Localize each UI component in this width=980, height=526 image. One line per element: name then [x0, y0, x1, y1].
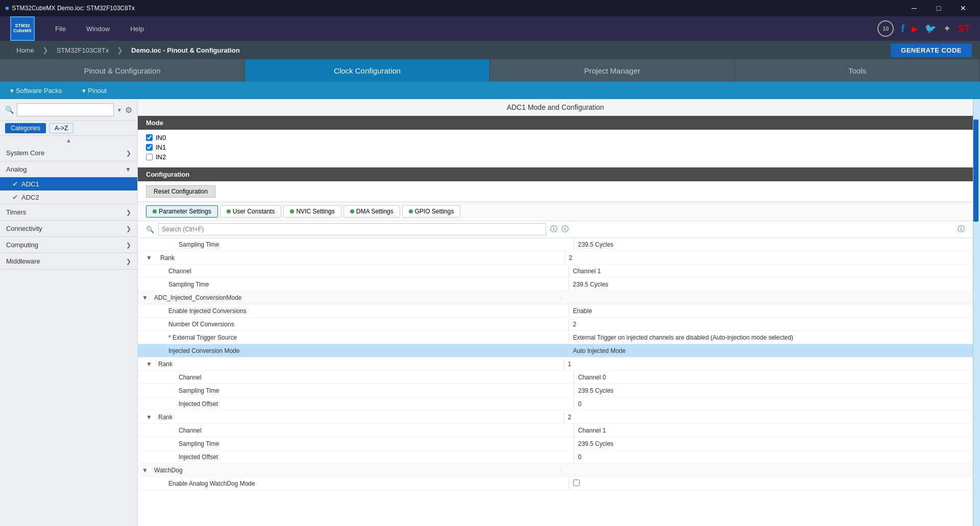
- param-value[interactable]: [569, 477, 973, 490]
- checkbox-in1-row: IN1: [146, 144, 965, 151]
- subtab-pinout[interactable]: ▾ Pinout: [82, 87, 107, 94]
- main-tabs: Pinout & Configuration Clock Configurati…: [0, 59, 980, 82]
- right-scrollbar[interactable]: [973, 99, 980, 526]
- checkbox-in1[interactable]: [146, 144, 153, 151]
- reset-config-button[interactable]: Reset Configuration: [146, 185, 215, 198]
- config-tab-parameter[interactable]: Parameter Settings: [146, 205, 218, 218]
- param-value[interactable]: 239.5 Cycles: [569, 279, 973, 290]
- config-tab-gpio[interactable]: GPIO Settings: [402, 205, 461, 218]
- info-icon-3[interactable]: ⓘ: [958, 225, 965, 234]
- tab-clock[interactable]: Clock Configuration: [245, 59, 490, 82]
- param-value[interactable]: Auto Injected Mode: [569, 345, 973, 356]
- param-value[interactable]: 1: [564, 358, 973, 370]
- connectivity-arrow: ❯: [126, 225, 131, 232]
- sidebar-section-system-core-header[interactable]: System Core ❯: [0, 145, 137, 161]
- sidebar-item-adc2[interactable]: ✔ ADC2: [0, 190, 137, 204]
- breadcrumb-device[interactable]: STM32F103C8Tx: [48, 44, 117, 56]
- sidebar-section-middleware-header[interactable]: Middleware ❯: [0, 253, 137, 269]
- config-tab-dma[interactable]: DMA Settings: [344, 205, 400, 218]
- table-row: Channel Channel 1: [138, 265, 973, 278]
- sidebar-section-middleware: Middleware ❯: [0, 253, 137, 270]
- watchdog-checkbox[interactable]: [573, 480, 580, 486]
- minimize-button[interactable]: ─: [902, 0, 926, 16]
- analog-arrow: ▼: [125, 166, 131, 173]
- youtube-icon[interactable]: ▶: [912, 24, 918, 34]
- sidebar-section-system-core: System Core ❯: [0, 145, 137, 161]
- window-menu[interactable]: Window: [86, 25, 110, 33]
- param-value[interactable]: Channel 0: [574, 372, 973, 383]
- sidebar-search-input[interactable]: [17, 103, 114, 116]
- sidebar-section-timers-header[interactable]: Timers ❯: [0, 204, 137, 220]
- table-row: * External Trigger Source External Trigg…: [138, 331, 973, 344]
- maximize-button[interactable]: □: [927, 0, 950, 16]
- checkbox-in0[interactable]: [146, 134, 153, 141]
- expand-icon[interactable]: ▼: [138, 254, 148, 261]
- param-name: Injected Offset: [148, 398, 574, 410]
- close-button[interactable]: ✕: [951, 0, 975, 16]
- param-name: Channel: [148, 372, 574, 383]
- param-value[interactable]: Channel 1: [569, 266, 973, 277]
- twitter-icon[interactable]: 🐦: [925, 23, 936, 34]
- scroll-up-arrow[interactable]: ▲: [0, 136, 137, 145]
- filter-az-button[interactable]: A->Z: [49, 123, 74, 133]
- user-dot-icon: [227, 209, 231, 213]
- menubar-left: STM32CubeMX File Window Help: [10, 16, 144, 41]
- sidebar-item-adc1[interactable]: ✔ ADC1: [0, 177, 137, 190]
- tab-project[interactable]: Project Manager: [490, 59, 735, 82]
- checkbox-in2[interactable]: [146, 154, 153, 160]
- tab-tools[interactable]: Tools: [735, 59, 980, 82]
- help-menu[interactable]: Help: [130, 25, 144, 33]
- tab-pinout[interactable]: Pinout & Configuration: [0, 59, 245, 82]
- param-name: Enable Injected Conversions: [148, 305, 569, 317]
- generate-code-button[interactable]: GENERATE CODE: [891, 43, 972, 57]
- file-menu[interactable]: File: [55, 25, 66, 33]
- network-icon[interactable]: ✦: [943, 23, 951, 34]
- param-tab-label: Parameter Settings: [159, 208, 211, 215]
- param-value[interactable]: Enable: [569, 305, 973, 317]
- sidebar-section-analog-header[interactable]: Analog ▼: [0, 161, 137, 177]
- info-icon-1[interactable]: ⓘ: [550, 225, 557, 234]
- config-tab-nvic[interactable]: NVIC Settings: [283, 205, 341, 218]
- table-row: Injected Conversion Mode Auto Injected M…: [138, 344, 973, 357]
- facebook-icon[interactable]: f: [901, 23, 904, 35]
- expand-icon[interactable]: ▼: [138, 361, 148, 368]
- expand-icon[interactable]: ▼: [138, 294, 148, 301]
- middleware-arrow: ❯: [126, 258, 131, 265]
- param-search-input[interactable]: [158, 223, 546, 235]
- gear-button[interactable]: ⚙: [125, 105, 132, 115]
- sidebar-section-connectivity-header[interactable]: Connectivity ❯: [0, 221, 137, 236]
- sidebar-section-timers: Timers ❯: [0, 204, 137, 221]
- content-area: 🔍 ▼ ⚙ Categories A->Z ▲ System Core ❯ An…: [0, 99, 980, 526]
- param-value[interactable]: Channel 1: [574, 425, 973, 436]
- breadcrumb: Home ❯ STM32F103C8Tx ❯ Demo.ioc - Pinout…: [0, 41, 980, 59]
- config-tab-user-constants[interactable]: User Constants: [220, 205, 282, 218]
- param-value[interactable]: 239.5 Cycles: [574, 438, 973, 449]
- param-name: Channel: [148, 266, 569, 277]
- table-row: Number Of Conversions 2: [138, 318, 973, 331]
- subtab-software-packs[interactable]: ▾ Software Packs: [10, 87, 62, 94]
- param-value[interactable]: 239.5 Cycles: [574, 385, 973, 396]
- expand-icon[interactable]: ▼: [138, 414, 148, 421]
- info-icon-2[interactable]: ⓘ: [561, 225, 569, 234]
- expand-icon[interactable]: ▼: [138, 467, 148, 474]
- search-bar-icon: 🔍: [146, 226, 154, 233]
- param-value[interactable]: 239.5 Cycles: [574, 239, 973, 250]
- table-row: Sampling Time 239.5 Cycles: [138, 238, 973, 251]
- breadcrumb-arrow-1: ❯: [42, 46, 48, 54]
- param-value[interactable]: 0: [574, 398, 973, 410]
- panel-title: ADC1 Mode and Configuration: [138, 99, 973, 116]
- scroll-thumb[interactable]: [973, 119, 978, 222]
- param-name: * External Trigger Source: [148, 332, 569, 343]
- breadcrumb-home[interactable]: Home: [8, 44, 42, 56]
- sidebar-section-computing-header[interactable]: Computing ❯: [0, 237, 137, 253]
- param-value[interactable]: 0: [574, 451, 973, 463]
- system-core-label: System Core: [6, 149, 44, 157]
- param-value[interactable]: 2: [569, 319, 973, 330]
- param-value[interactable]: 2: [564, 412, 973, 423]
- param-value[interactable]: External Trigger on injected channels ar…: [569, 332, 973, 343]
- logo: STM32CubeMX: [10, 16, 35, 41]
- param-value[interactable]: 2: [565, 252, 973, 264]
- breadcrumb-current[interactable]: Demo.ioc - Pinout & Configuration: [123, 44, 248, 56]
- titlebar: ■ STM32CubeMX Demo.ioc: STM32F103C8Tx ─ …: [0, 0, 980, 16]
- filter-categories-button[interactable]: Categories: [5, 123, 46, 133]
